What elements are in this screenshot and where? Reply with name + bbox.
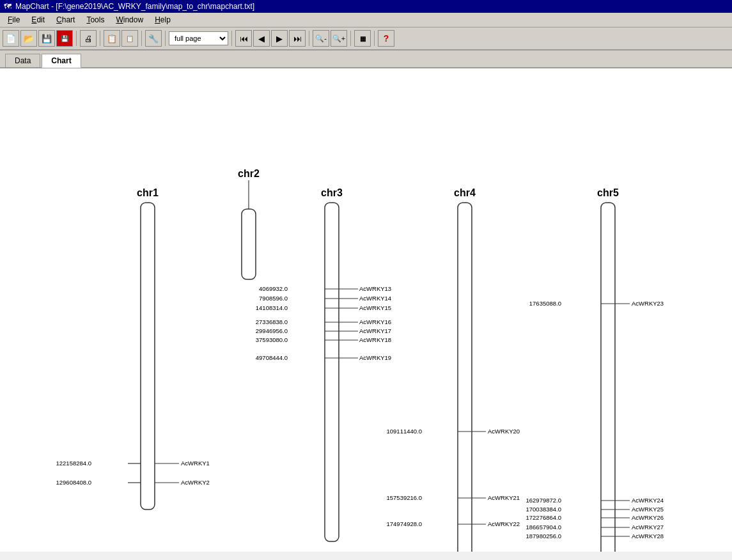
copy-button[interactable]: 📋 [104, 30, 120, 47]
acwrky15-value: 14108314.0 [256, 304, 288, 311]
chart-area: chr1 122158284.0 AcWRKY1 129608408.0 AcW… [0, 68, 732, 552]
acwrky20-label: AcWRKY20 [488, 428, 520, 435]
separator-5 [231, 31, 232, 46]
app-icon: 🗺 [4, 2, 12, 11]
next-page-button[interactable]: ▶ [271, 30, 288, 47]
acwrky22-label: AcWRKY22 [488, 520, 520, 527]
tab-chart[interactable]: Chart [42, 54, 81, 68]
chr5-body [601, 203, 615, 552]
chr1-body [141, 203, 155, 509]
acwrky15-label: AcWRKY15 [359, 304, 391, 311]
acwrky17-label: AcWRKY17 [359, 327, 391, 334]
acwrky13-label: AcWRKY13 [359, 285, 391, 292]
acwrky16-value: 27336838.0 [256, 318, 288, 325]
acwrky28-value: 187980256.0 [526, 533, 561, 540]
acwrky26-label: AcWRKY26 [632, 514, 664, 521]
acwrky24-value: 162979872.0 [526, 497, 561, 504]
acwrky19-label: AcWRKY19 [359, 354, 391, 361]
tabs: Data Chart [0, 51, 732, 68]
menu-tools[interactable]: Tools [81, 14, 109, 26]
acwrky14-label: AcWRKY14 [359, 295, 391, 302]
new-button[interactable]: 📄 [3, 30, 19, 47]
acwrky28-label: AcWRKY28 [632, 533, 664, 540]
settings-button[interactable]: 🔧 [145, 30, 162, 47]
save-as-button[interactable]: 💾 [56, 30, 73, 47]
chr1-label: chr1 [137, 187, 159, 198]
acwrky25-value: 170038384.0 [526, 506, 561, 513]
separator-3 [141, 31, 142, 46]
acwrky14-value: 7908596.0 [259, 295, 288, 302]
acwrky22-value: 174974928.0 [387, 520, 422, 527]
separator-6 [309, 31, 309, 46]
prev-page-button[interactable]: ◀ [253, 30, 270, 47]
acwrky21-label: AcWRKY21 [488, 494, 520, 501]
last-page-button[interactable]: ⏭ [289, 30, 306, 47]
chr5-label: chr5 [597, 187, 619, 198]
chr2-body [242, 209, 256, 279]
separator-7 [350, 31, 351, 46]
menu-chart[interactable]: Chart [51, 14, 80, 26]
chromosome-chart: chr1 122158284.0 AcWRKY1 129608408.0 AcW… [0, 68, 732, 552]
toolbar: 📄 📂 💾 💾 🖨 📋 📋 🔧 full page half page quar… [0, 27, 732, 51]
title-bar: 🗺 MapChart - [F:\gene2019\AC_WRKY_family… [0, 0, 732, 13]
acwrky19-value: 49708444.0 [256, 354, 288, 361]
acwrky2-label: AcWRKY2 [181, 479, 210, 486]
acwrky2-value: 129608408.0 [56, 479, 91, 486]
chr3-body [325, 203, 339, 541]
acwrky21-value: 157539216.0 [387, 494, 422, 501]
menu-window[interactable]: Window [111, 14, 148, 26]
open-button[interactable]: 📂 [20, 30, 37, 47]
acwrky23-value: 17635088.0 [529, 300, 561, 307]
acwrky16-label: AcWRKY16 [359, 318, 391, 325]
menu-bar: File Edit Chart Tools Window Help [0, 13, 732, 27]
separator-2 [100, 31, 100, 46]
acwrky23-label: AcWRKY23 [632, 300, 664, 307]
acwrky27-value: 186657904.0 [526, 524, 561, 531]
chr3-label: chr3 [321, 187, 343, 198]
zoom-out-button[interactable]: 🔍- [313, 30, 329, 47]
acwrky17-value: 29946956.0 [256, 327, 288, 334]
acwrky18-value: 37593080.0 [256, 336, 288, 343]
tab-data[interactable]: Data [5, 54, 40, 67]
save-button[interactable]: 💾 [38, 30, 55, 47]
chr4-label: chr4 [454, 187, 476, 198]
acwrky18-label: AcWRKY18 [359, 336, 391, 343]
chr2-label: chr2 [238, 168, 260, 179]
acwrky24-label: AcWRKY24 [632, 497, 664, 504]
separator-1 [76, 31, 77, 46]
acwrky13-value: 4069932.0 [259, 285, 288, 292]
print-button[interactable]: 🖨 [80, 30, 97, 47]
menu-edit[interactable]: Edit [26, 14, 50, 26]
acwrky25-label: AcWRKY25 [632, 506, 664, 513]
separator-8 [374, 31, 375, 46]
paste-button[interactable]: 📋 [121, 30, 138, 47]
window-title: MapChart - [F:\gene2019\AC_WRKY_family\m… [15, 2, 254, 11]
separator-4 [165, 31, 166, 46]
grid-button[interactable]: ▦ [354, 30, 371, 47]
acwrky27-label: AcWRKY27 [632, 524, 664, 531]
first-page-button[interactable]: ⏮ [235, 30, 252, 47]
menu-help[interactable]: Help [150, 14, 176, 26]
zoom-in-button[interactable]: 🔍+ [331, 30, 347, 47]
help-button[interactable]: ? [378, 30, 394, 47]
acwrky1-label: AcWRKY1 [181, 460, 210, 467]
acwrky26-value: 172276864.0 [526, 514, 561, 521]
acwrky1-value: 122158284.0 [56, 460, 91, 467]
menu-file[interactable]: File [3, 14, 25, 26]
acwrky20-value: 109111440.0 [387, 428, 422, 435]
page-select[interactable]: full page half page quarter page [169, 31, 228, 45]
chr4-body [458, 203, 472, 552]
